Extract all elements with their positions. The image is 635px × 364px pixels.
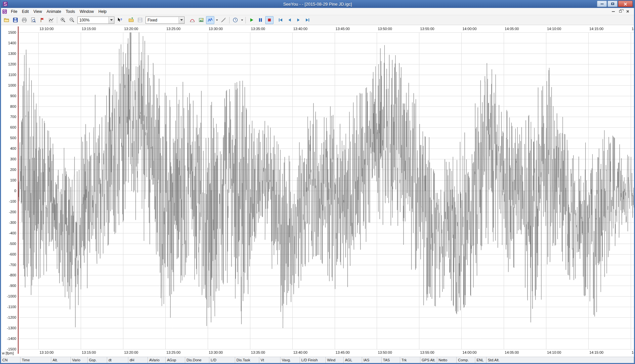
zoom-in-button[interactable] (59, 16, 67, 24)
stop-button[interactable] (265, 16, 274, 24)
status-field-agsp: AGsp (166, 357, 185, 363)
status-field-cn: CN (1, 357, 21, 363)
menu-window[interactable]: Window (77, 8, 96, 15)
flight-properties-button[interactable] (38, 16, 46, 24)
x-tick-label-bottom: 13:45:00 (336, 350, 350, 354)
window-title: SeeYou - - [2015-08-29 Pine JD.igc] (1, 2, 634, 7)
status-field-label: Dis.Task (236, 358, 250, 362)
barogram-button[interactable] (188, 16, 196, 24)
zoom-level-select[interactable]: 100% (77, 17, 114, 24)
open-button[interactable] (2, 16, 11, 24)
seek-start-button[interactable] (276, 16, 285, 24)
clock-icon (233, 17, 238, 23)
status-field-label: TAS (383, 358, 390, 362)
menu-help[interactable]: Help (96, 8, 109, 15)
y-tick-label: 1300 (1, 52, 16, 56)
y-tick-label: 700 (1, 115, 16, 119)
menu-file[interactable]: File (9, 8, 20, 15)
printer-icon (21, 17, 27, 23)
mdi-child-icon[interactable] (2, 9, 7, 14)
status-field-dis-done: Dis.Done (185, 357, 209, 363)
mdi-minimize-button[interactable] (610, 9, 617, 15)
menu-edit[interactable]: Edit (20, 8, 31, 15)
zoom-out-button[interactable] (68, 16, 76, 24)
status-field-agl: AGL (344, 357, 362, 363)
print-preview-icon (30, 17, 36, 23)
step-back-icon (287, 17, 292, 23)
mdi-minimize-icon (612, 11, 615, 12)
status-field-alt: Alt. (51, 357, 71, 363)
mdi-close-button[interactable] (624, 9, 631, 15)
y-tick-label: -1200 (1, 315, 16, 319)
chevron-down-icon[interactable] (108, 17, 114, 23)
status-field-label: AVario (149, 358, 159, 362)
animation-mode-select[interactable]: Fixed (146, 17, 185, 24)
time-options-caret-button[interactable] (240, 16, 244, 24)
y-tick-label: 900 (1, 94, 16, 98)
chevron-down-icon (216, 20, 218, 22)
y-tick-label: -1100 (1, 305, 16, 309)
x-tick-label-bottom: 13:20:00 (124, 350, 138, 354)
maximize-button[interactable] (608, 1, 617, 7)
menu-tools[interactable]: Tools (64, 8, 77, 15)
save-as-button (136, 16, 144, 24)
x-tick-label-top: 13:25:00 (166, 27, 181, 31)
y-tick-label: 500 (1, 136, 16, 140)
chevron-down-icon[interactable] (179, 17, 184, 23)
seek-end-button[interactable] (303, 16, 312, 24)
play-button[interactable] (247, 16, 256, 24)
status-field-dis-task: Dis.Task (235, 357, 259, 363)
x-tick-label-bottom: 13:50:00 (378, 350, 392, 354)
print-preview-button[interactable] (29, 16, 37, 24)
y-tick-label: -700 (1, 263, 16, 267)
close-button[interactable] (618, 1, 633, 7)
minimize-icon (601, 4, 604, 4)
menu-animate[interactable]: Animate (44, 8, 64, 15)
measure-button[interactable] (219, 16, 228, 24)
step-back-button[interactable] (285, 16, 294, 24)
vario-canvas[interactable] (1, 25, 634, 357)
play-icon (249, 17, 254, 23)
titlebar: SeeYou - - [2015-08-29 Pine JD.igc] (1, 0, 634, 8)
photos-button[interactable] (197, 16, 205, 24)
flag-icon (39, 17, 45, 23)
status-field-label: L/D Finish (301, 358, 318, 362)
x-tick-label-top: 13:40:00 (293, 27, 308, 31)
context-help-button[interactable]: ? (116, 16, 124, 24)
status-field-vt: Vt (259, 357, 280, 363)
time-button[interactable] (231, 16, 239, 24)
barogram-icon (190, 17, 195, 23)
open-flight-button[interactable] (127, 16, 135, 24)
save-button[interactable] (11, 16, 20, 24)
help-pointer-icon: ? (117, 17, 123, 23)
status-field-comp: Comp. (457, 357, 475, 363)
x-tick-label-top: 13:30:00 (209, 27, 223, 31)
x-tick-label-top: 13:55:00 (420, 27, 434, 31)
x-tick-label-top: 14:15:00 (589, 27, 604, 31)
status-field-ias: IAS (362, 357, 382, 363)
pause-button[interactable] (256, 16, 265, 24)
minimize-button[interactable] (597, 1, 607, 7)
mdi-restore-button[interactable] (617, 9, 624, 15)
y-tick-label: 100 (1, 178, 16, 182)
status-field-label: Netto (439, 358, 447, 362)
y-tick-label: -900 (1, 284, 16, 288)
status-field-enl: ENL (475, 357, 487, 363)
animation-mode-value: Fixed (146, 17, 179, 23)
y-tick-label: -1500 (1, 347, 16, 351)
graph-options-caret-button[interactable] (215, 16, 219, 24)
step-forward-button[interactable] (294, 16, 303, 24)
polar-button[interactable] (47, 16, 55, 24)
y-tick-label: 400 (1, 146, 16, 150)
x-tick-label-bottom: 14:05:00 (505, 350, 519, 354)
toolbar-separator (57, 17, 57, 23)
y-tick-label: 200 (1, 168, 16, 172)
menu-view[interactable]: View (31, 8, 44, 15)
x-tick-label-bottom: 13:10:00 (39, 350, 54, 354)
print-button[interactable] (20, 16, 28, 24)
status-field-label: Comp. (458, 358, 469, 362)
svg-text:?: ? (120, 18, 122, 21)
y-tick-label: -400 (1, 231, 16, 235)
chevron-down-icon (241, 20, 243, 22)
graph-toggle-button[interactable] (206, 16, 214, 24)
